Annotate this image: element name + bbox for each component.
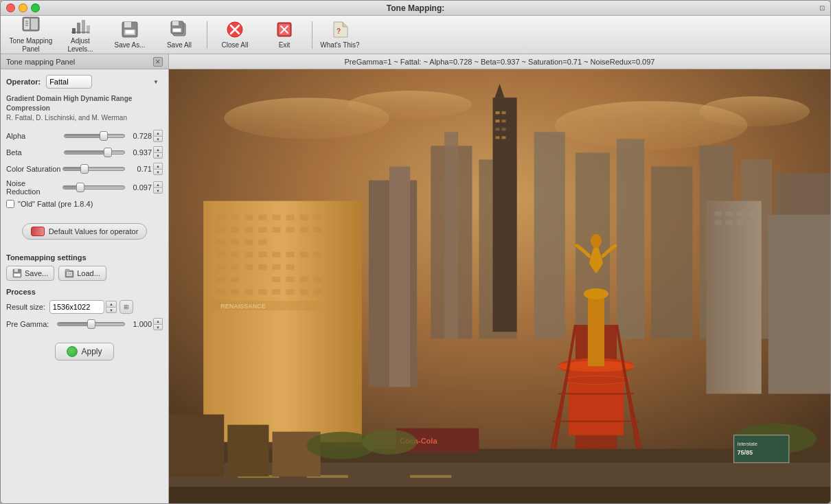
result-size-row: Result size: ▲ ▼ ⊞ <box>6 300 163 314</box>
save-all-button[interactable]: Save All <box>156 19 203 51</box>
exit-button[interactable]: Exit <box>261 19 308 51</box>
noise-reduction-decrement-button[interactable]: ▼ <box>153 187 163 194</box>
save-icon <box>120 20 139 39</box>
noise-reduction-increment-button[interactable]: ▲ <box>153 181 163 187</box>
alpha-decrement-button[interactable]: ▼ <box>153 136 163 142</box>
apply-button[interactable]: Apply <box>55 343 113 360</box>
result-size-stepper: ▲ ▼ <box>106 301 117 313</box>
color-saturation-slider-track[interactable] <box>62 167 125 171</box>
beta-slider-track[interactable] <box>64 150 125 154</box>
result-size-decrement-button[interactable]: ▼ <box>106 307 117 313</box>
title-bar: Tone Mapping: ⊡ <box>1 1 830 16</box>
alpha-slider-track[interactable] <box>64 134 125 138</box>
noise-reduction-label: Noise Reduction <box>6 179 61 196</box>
operator-select-arrow: ▼ <box>153 79 159 85</box>
panel-close-button[interactable]: ✕ <box>153 57 163 67</box>
old-fattal-checkbox[interactable] <box>6 200 14 208</box>
result-size-increment-button[interactable]: ▲ <box>106 301 117 307</box>
tonemapping-settings-header: Tonemapping settings <box>6 253 163 262</box>
close-all-button[interactable]: Close All <box>212 19 258 51</box>
exit-icon <box>275 20 294 39</box>
beta-increment-button[interactable]: ▲ <box>153 146 163 152</box>
image-status-bar: PreGamma=1 ~ Fattal: ~ Alpha=0.728 ~ Bet… <box>169 54 830 69</box>
tone-mapping-panel-label: Tone Mapping Panel <box>8 37 54 54</box>
tone-mapping-panel-button[interactable]: Tone Mapping Panel <box>8 19 54 51</box>
close-window-button[interactable] <box>6 3 15 12</box>
main-window: Tone Mapping: ⊡ Tone Mapping Panel <box>0 0 831 504</box>
svg-rect-155 <box>169 69 830 504</box>
size-expand-button[interactable]: ⊞ <box>119 300 133 314</box>
noise-reduction-slider-thumb[interactable] <box>76 183 84 192</box>
color-saturation-slider-thumb[interactable] <box>80 164 89 174</box>
adjust-levels-label: Adjust Levels... <box>58 37 103 54</box>
alpha-value: 0.728 <box>128 132 152 140</box>
apply-label: Apply <box>81 347 102 356</box>
load-settings-label: Load... <box>77 269 100 277</box>
alpha-slider-fill <box>65 135 104 137</box>
adjust-levels-button[interactable]: Adjust Levels... <box>57 19 104 51</box>
description-line1: Gradient Domain High Dynamic Range Compr… <box>6 95 132 112</box>
closeall-icon <box>225 20 244 39</box>
beta-slider-fill <box>65 151 108 154</box>
whats-this-button[interactable]: ? What's This? <box>317 19 363 51</box>
default-values-button[interactable]: Default Values for operator <box>22 223 148 240</box>
left-panel: Tone mapping Panel ✕ Operator: Fattal Re… <box>1 54 169 504</box>
close-all-label: Close All <box>222 41 249 49</box>
noise-reduction-slider-track[interactable] <box>62 185 125 190</box>
pre-gamma-slider-track[interactable] <box>57 322 125 326</box>
svg-rect-29 <box>14 269 18 272</box>
alpha-increment-button[interactable]: ▲ <box>153 130 163 136</box>
save-as-button[interactable]: Save As... <box>106 19 153 51</box>
beta-slider-thumb[interactable] <box>104 148 112 157</box>
beta-label: Beta <box>6 148 61 157</box>
image-container: RENAISSANCE <box>169 69 830 504</box>
alpha-slider-row: Alpha 0.728 ▲ ▼ <box>6 130 163 142</box>
operator-label: Operator: <box>6 78 41 86</box>
main-area: Tone mapping Panel ✕ Operator: Fattal Re… <box>1 54 830 504</box>
beta-decrement-button[interactable]: ▼ <box>153 152 163 159</box>
panel-header-title: Tone mapping Panel <box>6 58 75 66</box>
beta-stepper: ▲ ▼ <box>153 146 163 159</box>
pre-gamma-slider-thumb[interactable] <box>87 319 95 329</box>
panel-icon <box>21 16 41 35</box>
svg-rect-19 <box>173 29 181 32</box>
pre-gamma-label: Pre Gamma: <box>6 320 54 328</box>
operator-select[interactable]: Fattal Reinhard02 Mantiuk Drago <box>46 75 92 89</box>
svg-rect-34 <box>67 272 72 276</box>
save-as-label: Save As... <box>114 41 145 49</box>
beta-slider-row: Beta 0.937 ▲ ▼ <box>6 146 163 159</box>
save-all-label: Save All <box>167 41 192 49</box>
color-saturation-increment-button[interactable]: ▲ <box>153 163 163 169</box>
hdr-cityscape: RENAISSANCE <box>169 69 830 504</box>
pre-gamma-increment-button[interactable]: ▲ <box>153 318 163 324</box>
toolbar: Tone Mapping Panel Adjust Levels... <box>1 16 830 54</box>
svg-rect-1 <box>24 19 30 30</box>
svg-text:?: ? <box>337 27 341 35</box>
pre-gamma-decrement-button[interactable]: ▼ <box>153 324 163 330</box>
minimize-window-button[interactable] <box>19 3 27 12</box>
color-saturation-decrement-button[interactable]: ▼ <box>153 169 163 175</box>
default-values-container: Default Values for operator <box>6 215 163 248</box>
default-values-icon <box>31 227 45 236</box>
noise-reduction-slider-row: Noise Reduction 0.097 ▲ ▼ <box>6 179 163 196</box>
noise-reduction-value: 0.097 <box>128 183 152 192</box>
maximize-window-button[interactable] <box>31 3 40 12</box>
old-fattal-label: "Old" Fattal (pre 1.8.4) <box>18 200 93 208</box>
alpha-slider-thumb[interactable] <box>100 131 108 141</box>
load-settings-button[interactable]: Load... <box>58 266 106 281</box>
result-size-input[interactable] <box>49 300 104 314</box>
operator-description: Gradient Domain High Dynamic Range Compr… <box>6 94 163 123</box>
default-values-label: Default Values for operator <box>49 227 139 236</box>
svg-rect-12 <box>124 22 131 27</box>
pre-gamma-stepper: ▲ ▼ <box>153 318 163 330</box>
alpha-stepper: ▲ ▼ <box>153 130 163 142</box>
description-line2: R. Fattal, D. Lischinski, and M. Werman <box>6 114 127 122</box>
help-icon: ? <box>330 20 350 39</box>
pre-gamma-value: 1.000 <box>128 320 152 328</box>
save-settings-button[interactable]: Save... <box>6 266 54 281</box>
pre-gamma-slider-fill <box>58 323 91 325</box>
window-controls <box>6 3 40 12</box>
result-size-label: Result size: <box>6 303 45 311</box>
alpha-label: Alpha <box>6 132 61 140</box>
beta-value: 0.937 <box>128 148 152 157</box>
